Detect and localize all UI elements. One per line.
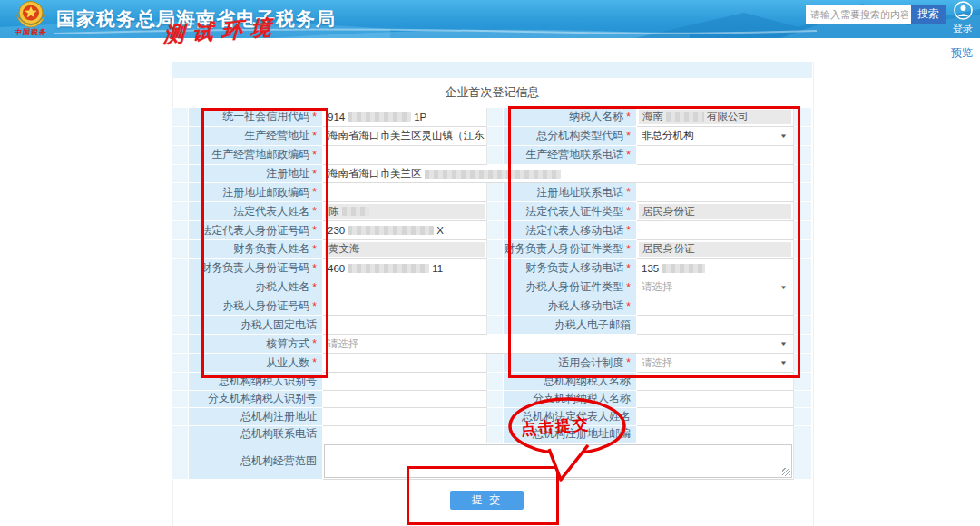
legal-rep-mobile-input[interactable]	[638, 222, 792, 239]
redacted-text	[425, 170, 561, 179]
hq-registered-postcode-input[interactable]	[638, 427, 792, 443]
legal-rep-cert-type-label: 法定代表人证件类型*	[504, 202, 637, 221]
hq-registered-address-input[interactable]	[324, 409, 485, 424]
branch-taxpayer-id-input[interactable]	[324, 392, 485, 407]
form-row: 从业人数*适用会计制度*请选择▼	[172, 354, 812, 373]
spacer-cell	[172, 127, 189, 146]
business-address-cell: 海南省海口市美兰区灵山镇（江东新区）	[323, 127, 487, 146]
form-row: 分支机构纳税人识别号分支机构纳税人名称	[172, 391, 812, 409]
finance-mobile-input[interactable]: 135	[638, 260, 792, 277]
accounting-system-label: 适用会计制度*	[504, 354, 637, 373]
spacer-cell	[172, 297, 189, 317]
form-row: 核算方式*请选择▼	[172, 335, 812, 354]
spacer-cell	[487, 278, 504, 297]
business-address-input[interactable]: 海南省海口市美兰区灵山镇（江东新区）	[324, 128, 485, 144]
employee-count-cell	[323, 354, 487, 373]
registration-form-table: 统一社会信用代码*9141P纳税人名称*海南有限公司生产经营地址*海南省海口市美…	[172, 107, 812, 480]
business-phone-label: 生产经营地联系电话*	[504, 146, 637, 165]
spacer-cell	[794, 259, 812, 278]
form-row: 统一社会信用代码*9141P纳税人名称*海南有限公司	[172, 108, 812, 127]
tax-clerk-mobile-input[interactable]	[638, 298, 792, 315]
required-mark: *	[626, 130, 631, 142]
legal-rep-id-number-cell: 230X	[323, 221, 487, 240]
preview-link[interactable]: 预览	[951, 45, 973, 61]
tax-clerk-name-cell	[323, 278, 487, 297]
employee-count-input[interactable]	[324, 355, 485, 371]
tax-clerk-mobile-label: 办税人移动电话*	[504, 297, 637, 317]
finance-id-number-input[interactable]: 46011	[324, 260, 485, 277]
business-postcode-label: 生产经营地邮政编码*	[189, 146, 323, 165]
required-mark: *	[626, 356, 631, 369]
business-postcode-cell	[323, 146, 487, 165]
submit-button[interactable]: 提 交	[450, 491, 524, 510]
legal-rep-name-label: 法定代表人姓名*	[189, 202, 323, 221]
required-mark: *	[626, 243, 631, 256]
registered-phone-input[interactable]	[638, 184, 792, 200]
required-mark: *	[626, 149, 631, 161]
tax-clerk-id-number-input[interactable]	[324, 298, 485, 315]
required-mark: *	[626, 262, 631, 275]
legal-rep-cert-type-cell: 居民身份证	[637, 202, 794, 221]
panel-header-strip	[172, 62, 812, 78]
registered-postcode-input[interactable]	[324, 184, 485, 200]
resize-handle-icon[interactable]	[782, 468, 790, 476]
hq-taxpayer-id-input[interactable]	[324, 374, 485, 389]
hq-taxpayer-name-input[interactable]	[638, 374, 792, 389]
business-postcode-input[interactable]	[324, 147, 485, 163]
finance-officer-name-cell: 黄文海	[323, 240, 487, 259]
tax-clerk-name-input[interactable]	[324, 279, 485, 296]
legal-rep-id-number-input[interactable]: 230X	[324, 222, 485, 239]
credit-code-input[interactable]: 9141P	[324, 109, 485, 125]
hq-phone-input[interactable]	[324, 427, 485, 443]
redacted-text	[342, 207, 369, 216]
search-button[interactable]: 搜索	[911, 5, 946, 24]
hq-taxpayer-id-cell	[323, 373, 487, 391]
accounting-method-select[interactable]: 请选择▼	[324, 336, 792, 352]
hq-registered-postcode-cell	[637, 426, 794, 444]
business-phone-input[interactable]	[638, 147, 792, 163]
spacer-cell	[172, 165, 189, 184]
spacer-cell	[487, 202, 504, 221]
org-type-code-select[interactable]: 非总分机构▼	[638, 128, 792, 144]
finance-officer-name-label: 财务负责人姓名*	[189, 240, 323, 259]
spacer-cell	[487, 316, 504, 335]
branch-taxpayer-name-input[interactable]	[638, 392, 792, 407]
tax-clerk-landline-input[interactable]	[324, 317, 485, 333]
finance-cert-type-value: 居民身份证	[639, 242, 791, 257]
required-mark: *	[312, 149, 317, 161]
tax-clerk-landline-label: 办税人固定电话	[189, 316, 323, 335]
spacer-cell	[172, 259, 189, 278]
spacer-cell	[172, 240, 189, 259]
required-mark: *	[312, 205, 317, 218]
accounting-system-select[interactable]: 请选择▼	[638, 355, 792, 371]
spacer-cell	[487, 183, 504, 202]
org-type-code-label: 总分机构类型代码*	[504, 127, 637, 146]
required-mark: *	[312, 186, 317, 199]
login-label[interactable]: 登录	[947, 22, 978, 35]
registered-phone-label: 注册地址联系电话*	[504, 183, 637, 202]
finance-id-number-label: 财务负责人身份证号码*	[189, 259, 323, 278]
spacer-cell	[794, 278, 812, 297]
registered-address-cell: 海南省海口市美兰区	[323, 165, 794, 184]
login-control[interactable]: 登录	[947, 1, 978, 35]
spacer-cell	[794, 202, 812, 221]
legal-rep-id-number-label: 法定代表人身份证号码*	[189, 221, 323, 240]
tax-clerk-email-input[interactable]	[638, 317, 792, 333]
spacer-cell	[794, 240, 812, 259]
hq-legal-rep-name-input[interactable]	[638, 409, 792, 424]
form-row: 财务负责人姓名*黄文海财务负责人身份证件类型*居民身份证	[172, 240, 812, 259]
finance-cert-type-cell: 居民身份证	[637, 240, 794, 259]
hq-legal-rep-name-cell	[637, 408, 794, 426]
form-row: 注册地址邮政编码*注册地址联系电话*	[172, 183, 812, 202]
dropdown-arrow-icon: ▼	[779, 341, 788, 347]
spacer-cell	[794, 108, 812, 127]
required-mark: *	[626, 281, 631, 294]
tax-clerk-cert-type-select[interactable]: 请选择▼	[638, 279, 792, 296]
spacer-cell	[487, 426, 504, 444]
registered-address-input[interactable]: 海南省海口市美兰区	[324, 166, 792, 182]
hq-taxpayer-id-label: 总机构纳税人识别号	[189, 373, 323, 391]
search-input[interactable]	[806, 5, 913, 24]
form-row: 总机构纳税人识别号总机构纳税人名称	[172, 373, 812, 391]
credit-code-cell: 9141P	[323, 108, 487, 127]
form-row: 总机构注册地址总机构法定代表人姓名	[172, 408, 812, 426]
